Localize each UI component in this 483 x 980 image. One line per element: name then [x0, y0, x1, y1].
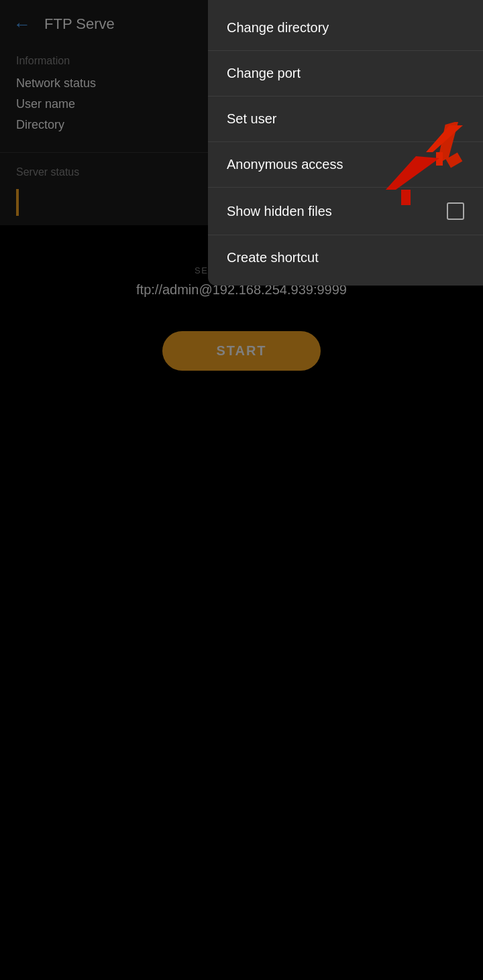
menu-item-set-user-label: Set user	[227, 111, 276, 127]
svg-marker-2	[386, 156, 439, 205]
show-hidden-files-checkbox[interactable]	[447, 202, 464, 220]
menu-item-change-directory[interactable]: Change directory	[208, 5, 483, 50]
menu-item-create-shortcut[interactable]: Create shortcut	[208, 235, 483, 280]
menu-item-create-shortcut-label: Create shortcut	[227, 250, 319, 265]
menu-item-anonymous-access-label: Anonymous access	[227, 157, 343, 172]
page-wrapper: ← FTP Serve Information Network status U…	[0, 0, 483, 980]
menu-item-change-port[interactable]: Change port	[208, 51, 483, 96]
menu-item-change-directory-label: Change directory	[227, 20, 329, 36]
menu-item-show-hidden-files-label: Show hidden files	[227, 204, 332, 219]
menu-item-change-port-label: Change port	[227, 66, 301, 81]
cursor-arrow-annotation	[382, 153, 443, 209]
dropdown-menu: Change directory Change port Set user An…	[208, 0, 483, 286]
